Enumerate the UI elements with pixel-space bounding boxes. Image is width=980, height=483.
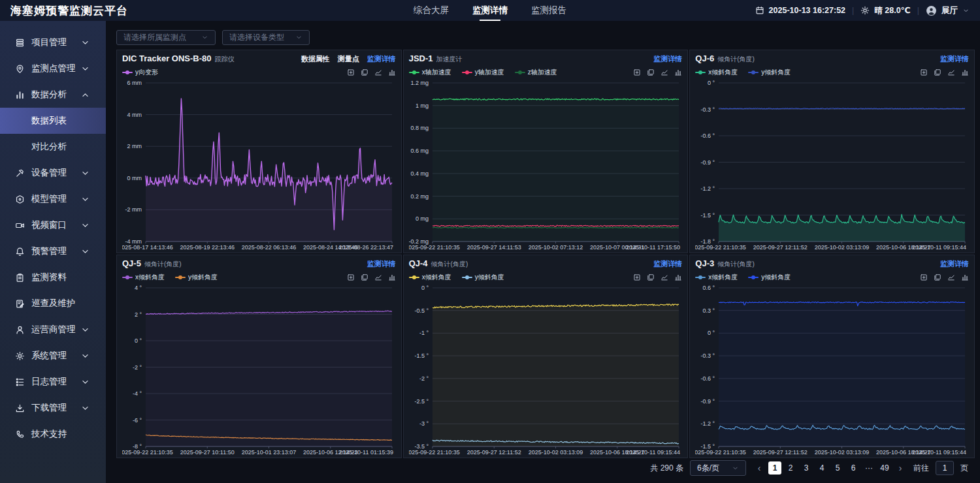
sidebar-item-operator[interactable]: 运营商管理 [0,317,106,343]
page-6[interactable]: 6 [847,461,860,475]
bar-chart-icon[interactable] [388,273,396,281]
sidebar-item-location[interactable]: 监测点管理 [0,55,106,82]
monitor-point-select[interactable]: 请选择所属监测点 [116,30,216,45]
nav-monitor-detail[interactable]: 监测详情 [472,0,508,21]
sidebar-item-support[interactable]: 技术支持 [0,421,106,447]
legend-item[interactable]: x倾斜角度 [695,68,738,77]
sidebar-item-download[interactable]: 下载管理 [0,395,106,421]
legend-item[interactable]: y向变形 [122,68,158,77]
chevron-down-icon[interactable] [962,7,970,14]
line-chart-icon[interactable] [374,69,382,76]
svg-text:0.2 mg: 0.2 mg [410,193,429,200]
sidebar-subitem-对比分析[interactable]: 对比分析 [0,134,106,160]
data-zoom-icon[interactable] [347,273,355,281]
sidebar-item-analysis[interactable]: 数据分析 [0,82,106,108]
svg-text:2025-10-02 03:13:09: 2025-10-02 03:13:09 [815,449,870,456]
panel-link-monitor-detail[interactable]: 监测详情 [653,54,682,64]
legend-item[interactable]: y倾斜角度 [748,68,791,77]
page-4[interactable]: 4 [815,461,828,475]
legend-item[interactable]: z轴加速度 [515,68,557,77]
legend-marker [515,70,525,75]
legend-item[interactable]: y倾斜角度 [748,273,791,282]
line-chart-icon[interactable] [374,273,382,281]
sidebar-item-model[interactable]: 模型管理 [0,186,106,212]
line-chart-icon[interactable] [661,273,668,281]
bar-chart-icon[interactable] [674,69,682,76]
legend-item[interactable]: y倾斜角度 [175,273,218,282]
sidebar-item-doc[interactable]: 监测资料 [0,264,106,290]
panel-legend-row: y向变形 [122,67,396,78]
panel-link-monitor-detail[interactable]: 监测详情 [940,259,969,269]
data-zoom-icon[interactable] [347,69,355,76]
panel-links: 监测详情 [653,259,682,269]
panel-link-monitor-detail[interactable]: 监测详情 [940,54,969,64]
sidebar-item-patrol[interactable]: 巡查及维护 [0,290,106,317]
line-chart-icon[interactable] [947,273,955,281]
next-page-button[interactable]: › [894,461,907,475]
device-type-select[interactable]: 请选择设备类型 [222,30,310,45]
data-zoom-icon[interactable] [633,273,641,281]
panel-link-monitor-detail[interactable]: 监测详情 [367,259,396,269]
panel-header: QJ-4 倾角计(角度) 监测详情 [409,258,683,271]
goto-suffix: 页 [960,463,968,474]
restore-icon[interactable] [647,273,655,281]
user-name[interactable]: 展厅 [941,5,958,16]
page-size-select[interactable]: 6条/页 [690,460,746,476]
chart-panel: DIC Tracker ONS-B-80 跟踪仪 数据属性测量点监测详情 y向变… [116,50,402,253]
nav-monitor-report[interactable]: 监测报告 [531,0,566,21]
sidebar-item-settings[interactable]: 系统管理 [0,343,106,369]
legend-item[interactable]: x倾斜角度 [409,273,451,282]
avatar [926,5,937,16]
sidebar-item-device[interactable]: 设备管理 [0,160,106,186]
sidebar-item-video[interactable]: 视频窗口 [0,212,106,238]
data-zoom-icon[interactable] [920,273,928,281]
sidebar-item-alert[interactable]: 预警管理 [0,238,106,264]
bar-chart-icon[interactable] [961,273,969,281]
sidebar-item-project[interactable]: 项目管理 [0,29,106,55]
sidebar-item-log[interactable]: 日志管理 [0,369,106,395]
restore-icon[interactable] [361,273,368,281]
panel-link-monitor-detail[interactable]: 监测详情 [653,259,682,269]
panel-link-数据属性[interactable]: 数据属性 [301,54,330,64]
sidebar-subitem-数据列表[interactable]: 数据列表 [0,108,106,134]
page-49[interactable]: 49 [878,461,891,475]
svg-text:-0.3 °: -0.3 ° [701,352,715,359]
legend-item[interactable]: x倾斜角度 [695,273,738,282]
restore-icon[interactable] [361,69,368,76]
chevron-down-icon [80,195,90,204]
page-3[interactable]: 3 [800,461,813,475]
goto-page-input[interactable] [936,461,954,475]
page-1[interactable]: 1 [768,461,781,475]
bar-chart-icon[interactable] [674,273,682,281]
legend-item[interactable]: x轴加速度 [409,68,451,77]
line-chart-icon[interactable] [947,69,955,76]
svg-text:4 °: 4 ° [135,285,142,291]
panel-link-测量点[interactable]: 测量点 [338,54,359,64]
legend-item[interactable]: y倾斜角度 [462,273,504,282]
sidebar-item-label: 下载管理 [31,402,67,414]
data-zoom-icon[interactable] [920,69,928,76]
svg-text:4 mm: 4 mm [127,112,142,118]
chart-svg: 6 mm4 mm2 mm0 mm-2 mm-4 mm2025-08-17 14:… [122,78,396,251]
legend-item[interactable]: y轴加速度 [462,68,504,77]
prev-page-button[interactable]: ‹ [753,461,766,475]
bar-chart-icon[interactable] [961,69,969,76]
page-5[interactable]: 5 [831,461,844,475]
page-2[interactable]: 2 [784,461,797,475]
device-icon [15,168,25,178]
more-pages[interactable]: ··· [862,461,875,475]
svg-text:-0.9 °: -0.9 ° [701,398,715,405]
panel-legend-row: x倾斜角度y倾斜角度 [122,272,396,283]
data-zoom-icon[interactable] [633,69,641,76]
svg-text:0 °: 0 ° [708,330,715,336]
panel-link-monitor-detail[interactable]: 监测详情 [367,54,396,64]
nav-overview[interactable]: 综合大屏 [414,0,449,21]
bar-chart-icon[interactable] [388,69,396,76]
line-chart-icon[interactable] [661,69,668,76]
restore-icon[interactable] [647,69,655,76]
device-type: 倾角计(角度) [717,260,755,269]
restore-icon[interactable] [934,69,941,76]
legend-item[interactable]: x倾斜角度 [122,273,165,282]
restore-icon[interactable] [934,273,941,281]
svg-text:1 mg: 1 mg [416,102,429,109]
